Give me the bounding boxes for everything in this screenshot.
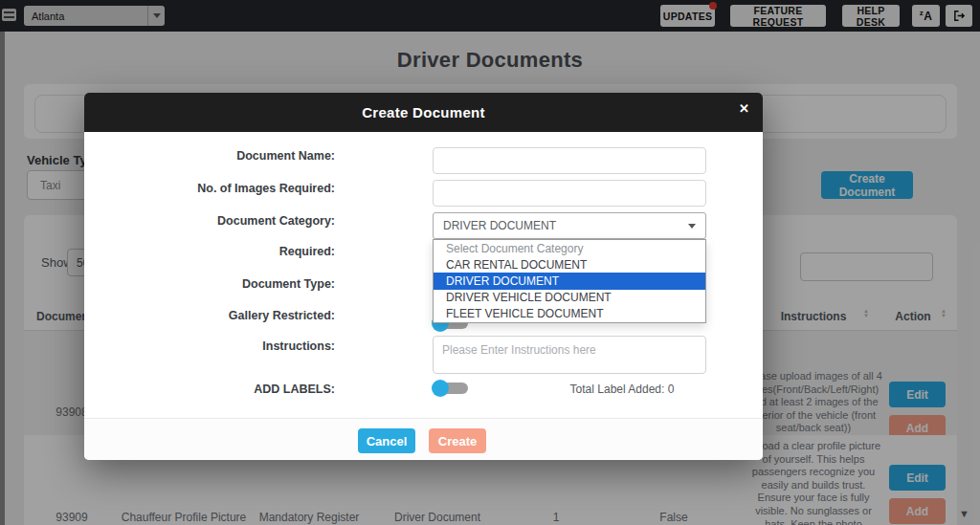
required-label: Required:	[103, 245, 335, 258]
cancel-button[interactable]: Cancel	[358, 428, 415, 453]
document-name-input[interactable]	[433, 147, 706, 174]
create-button[interactable]: Create	[429, 428, 486, 453]
close-icon[interactable]: ✕	[739, 101, 749, 116]
instructions-textarea[interactable]	[433, 336, 706, 374]
gallery-restricted-label: Gallery Restricted:	[103, 309, 335, 322]
dropdown-option[interactable]: CAR RENTAL DOCUMENT	[434, 256, 705, 273]
document-category-value: DRIVER DOCUMENT	[443, 219, 688, 232]
modal-title: Create Document	[362, 104, 485, 120]
dropdown-option[interactable]: DRIVER VEHICLE DOCUMENT	[434, 290, 705, 306]
add-labels-toggle[interactable]	[433, 382, 468, 395]
document-type-label: Document Type:	[103, 277, 335, 291]
document-category-label: Document Category:	[103, 214, 335, 228]
document-name-label: Document Name:	[103, 149, 335, 163]
chevron-down-icon	[688, 224, 696, 229]
total-label-added: Total Label Added: 0	[517, 383, 727, 396]
add-labels-label: ADD LABELS:	[103, 383, 335, 396]
document-category-dropdown: Select Document Category CAR RENTAL DOCU…	[433, 239, 706, 323]
document-category-select[interactable]: DRIVER DOCUMENT	[433, 212, 706, 239]
dropdown-option[interactable]: Select Document Category	[434, 240, 705, 256]
dropdown-option-selected[interactable]: DRIVER DOCUMENT	[434, 273, 705, 289]
images-required-label: No. of Images Required:	[103, 182, 335, 195]
modal-footer: Cancel Create	[84, 418, 763, 460]
modal-header: Create Document ✕	[84, 93, 763, 132]
instructions-label: Instructions:	[103, 339, 335, 353]
create-document-modal: Create Document ✕ Document Name: No. of …	[84, 93, 763, 460]
images-required-input[interactable]	[433, 180, 706, 207]
scroll-down-icon[interactable]: ▼	[959, 508, 969, 519]
dropdown-option[interactable]: FLEET VEHICLE DOCUMENT	[434, 306, 705, 322]
